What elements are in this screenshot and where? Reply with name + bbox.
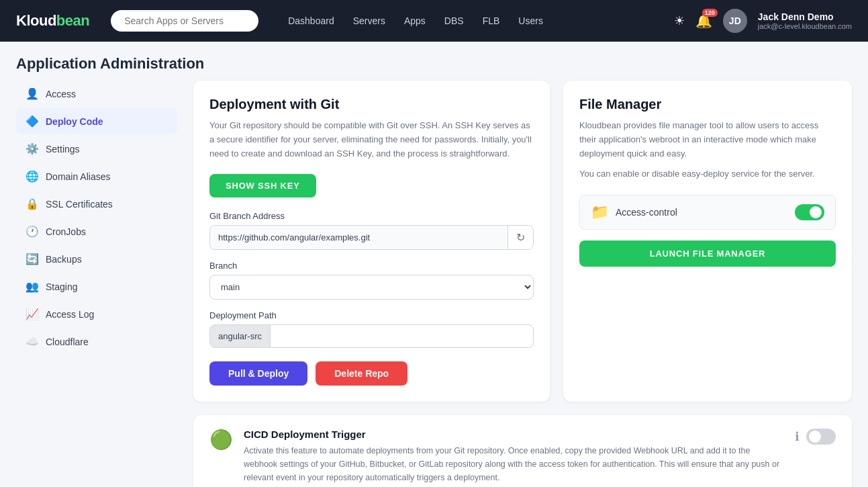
file-manager-title: File Manager (579, 97, 836, 112)
search-input[interactable] (111, 10, 258, 32)
staging-icon: 👥 (26, 280, 39, 293)
deploy-card-desc: Your Git repository should be compatible… (209, 119, 534, 161)
nav-apps[interactable]: Apps (404, 15, 426, 26)
sidebar-label-domain-aliases: Domain Aliases (46, 171, 111, 182)
domain-icon: 🌐 (26, 170, 39, 183)
git-branch-input[interactable] (210, 226, 508, 249)
file-manager-desc2: You can enable or disable easy-deploy se… (579, 167, 836, 181)
page-title: Application Administration (16, 55, 852, 73)
avatar[interactable]: JD (723, 9, 747, 33)
navbar: Kloudbean Dashboard Servers Apps DBS FLB… (0, 0, 868, 42)
nav-dashboard[interactable]: Dashboard (288, 15, 334, 26)
file-manager-desc1: Kloudbean provides file manager tool to … (579, 119, 836, 161)
access-control-label: Access-control (616, 207, 788, 218)
sidebar-item-backups[interactable]: 🔄 Backups (16, 246, 177, 272)
branch-label: Branch (209, 261, 534, 271)
cicd-desc: Activate this feature to automate deploy… (244, 444, 784, 484)
sidebar-item-ssl-certificates[interactable]: 🔒 SSL Certificates (16, 191, 177, 217)
sidebar-label-access-log: Access Log (46, 309, 94, 320)
sidebar-item-access-log[interactable]: 📈 Access Log (16, 301, 177, 327)
sidebar-label-settings: Settings (46, 144, 80, 154)
settings-icon: ⚙️ (26, 142, 39, 155)
user-name: Jack Denn Demo (758, 11, 852, 22)
sidebar-item-deploy-code[interactable]: 🔷 Deploy Code (16, 108, 177, 134)
sidebar-label-access: Access (46, 89, 76, 99)
refresh-git-button[interactable]: ↻ (508, 226, 533, 249)
deployment-path-input[interactable] (271, 325, 533, 347)
cicd-card: 🟢 CICD Deployment Trigger Activate this … (193, 415, 852, 487)
notifications-bell[interactable]: 🔔 120 (695, 13, 712, 29)
deploy-card-title: Deployment with Git (209, 97, 534, 112)
pull-deploy-button[interactable]: Pull & Deploy (209, 361, 307, 386)
nav-servers[interactable]: Servers (353, 15, 385, 26)
nav-flb[interactable]: FLB (483, 15, 500, 26)
navbar-links: Dashboard Servers Apps DBS FLB Users (288, 15, 653, 26)
deploy-card: Deployment with Git Your Git repository … (193, 81, 550, 402)
sidebar: 👤 Access 🔷 Deploy Code ⚙️ Settings 🌐 Dom… (16, 81, 177, 487)
notification-count: 120 (702, 9, 718, 17)
launch-file-manager-button[interactable]: LAUNCH FILE MANAGER (579, 240, 836, 267)
sidebar-item-domain-aliases[interactable]: 🌐 Domain Aliases (16, 163, 177, 189)
file-manager-card: File Manager Kloudbean provides file man… (563, 81, 852, 402)
sidebar-label-ssl-certificates: SSL Certificates (46, 199, 113, 210)
navbar-right: ☀ 🔔 120 JD Jack Denn Demo jack@c-level.k… (674, 9, 852, 33)
main-content: Deployment with Git Your Git repository … (193, 81, 852, 487)
logo-accent: bean (56, 12, 89, 29)
git-branch-input-wrapper: ↻ (209, 225, 534, 250)
sidebar-item-cloudflare[interactable]: ☁️ Cloudflare (16, 328, 177, 355)
sidebar-label-cloudflare: Cloudflare (46, 337, 89, 347)
cicd-controls: ℹ (795, 429, 836, 445)
ssl-icon: 🔒 (26, 197, 39, 210)
deploy-code-icon: 🔷 (26, 115, 39, 128)
nav-users[interactable]: Users (518, 15, 543, 26)
access-control-toggle[interactable] (795, 204, 824, 220)
user-email: jack@c-level.kloudbean.com (758, 22, 852, 30)
info-icon[interactable]: ℹ (795, 429, 800, 444)
delete-repo-button[interactable]: Delete Repo (316, 361, 407, 386)
sidebar-item-settings[interactable]: ⚙️ Settings (16, 136, 177, 162)
cron-icon: 🕐 (26, 225, 39, 238)
sidebar-label-staging: Staging (46, 281, 77, 292)
nav-dbs[interactable]: DBS (444, 15, 464, 26)
access-icon: 👤 (26, 87, 39, 100)
branch-select[interactable]: main master develop staging (209, 275, 534, 300)
cicd-body: CICD Deployment Trigger Activate this fe… (244, 429, 784, 484)
sidebar-item-access[interactable]: 👤 Access (16, 81, 177, 107)
sidebar-item-cron-jobs[interactable]: 🕐 CronJobs (16, 218, 177, 245)
cloudflare-icon: ☁️ (26, 335, 39, 348)
access-log-icon: 📈 (26, 308, 39, 320)
git-branch-label: Git Branch Address (209, 211, 534, 221)
sidebar-label-backups: Backups (46, 254, 82, 265)
deployment-path-label: Deployment Path (209, 310, 534, 320)
theme-toggle-icon[interactable]: ☀ (674, 13, 685, 28)
user-info: Jack Denn Demo jack@c-level.kloudbean.co… (758, 11, 852, 30)
show-ssh-key-button[interactable]: SHOW SSH KEY (209, 174, 316, 197)
path-prefix: angular-src (210, 325, 271, 347)
cicd-icon: 🟢 (209, 429, 233, 451)
cicd-title: CICD Deployment Trigger (244, 429, 784, 440)
sidebar-label-deploy-code: Deploy Code (46, 116, 103, 127)
logo: Kloudbean (16, 12, 89, 30)
cicd-toggle[interactable] (806, 429, 836, 445)
backups-icon: 🔄 (26, 253, 39, 265)
sidebar-item-staging[interactable]: 👥 Staging (16, 273, 177, 300)
folder-icon: 📁 (591, 204, 609, 221)
sidebar-label-cron-jobs: CronJobs (46, 226, 86, 237)
deployment-path-wrapper: angular-src (209, 324, 534, 348)
access-control-toggle-row: 📁 Access-control (579, 195, 836, 230)
